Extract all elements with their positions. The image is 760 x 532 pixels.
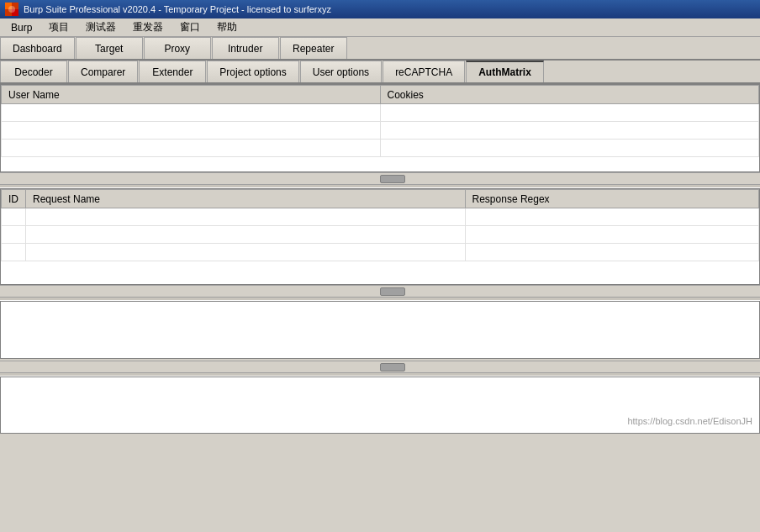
tab-user-options[interactable]: User options bbox=[300, 61, 382, 82]
col-response-regex: Response Regex bbox=[465, 190, 758, 208]
menu-help[interactable]: 帮助 bbox=[209, 18, 245, 37]
lower-panel-1 bbox=[0, 301, 760, 359]
table-row bbox=[2, 104, 759, 122]
tab-comparer[interactable]: Comparer bbox=[68, 61, 138, 82]
authmatrix-content: User Name Cookies bbox=[0, 84, 760, 532]
table-row bbox=[2, 122, 759, 140]
menu-burp[interactable]: Burp bbox=[3, 19, 40, 36]
lower1-hscrollbar[interactable] bbox=[0, 361, 760, 372]
lower-panels: https://blog.csdn.net/EdisonJH bbox=[0, 301, 760, 435]
users-table: User Name Cookies bbox=[1, 85, 759, 157]
col-id: ID bbox=[2, 190, 26, 208]
tab-project-options[interactable]: Project options bbox=[207, 61, 298, 82]
requests-hscrollbar[interactable] bbox=[0, 285, 760, 297]
tab-intruder[interactable]: Intruder bbox=[212, 37, 279, 59]
tab-dashboard[interactable]: Dashboard bbox=[0, 37, 75, 59]
table-row bbox=[2, 244, 759, 261]
title-bar: Burp Suite Professional v2020.4 - Tempor… bbox=[0, 0, 760, 18]
lower1-hscroll-thumb[interactable] bbox=[380, 363, 405, 371]
requests-hscroll-thumb[interactable] bbox=[380, 287, 405, 296]
lower-panel-2: https://blog.csdn.net/EdisonJH bbox=[0, 377, 760, 435]
tab-row-2: Decoder Comparer Extender Project option… bbox=[0, 61, 760, 84]
tab-authmatrix[interactable]: AuthMatrix bbox=[466, 61, 544, 82]
table-row bbox=[2, 140, 759, 157]
table-row bbox=[2, 208, 759, 226]
watermark-text: https://blog.csdn.net/EdisonJH bbox=[627, 416, 752, 426]
svg-point-3 bbox=[8, 6, 15, 13]
tab-target[interactable]: Target bbox=[76, 37, 143, 59]
main-content: User Name Cookies bbox=[0, 84, 760, 532]
tab-repeater[interactable]: Repeater bbox=[280, 37, 347, 59]
menu-window[interactable]: 窗口 bbox=[172, 18, 208, 37]
menu-bar: Burp 项目 测试器 重发器 窗口 帮助 bbox=[0, 18, 760, 37]
menu-testing[interactable]: 测试器 bbox=[78, 18, 124, 37]
tab-decoder[interactable]: Decoder bbox=[0, 61, 67, 82]
table-row bbox=[2, 226, 759, 244]
tab-row-1: Dashboard Target Proxy Intruder Repeater bbox=[0, 37, 760, 61]
users-hscrollbar[interactable] bbox=[0, 172, 760, 184]
tab-extender[interactable]: Extender bbox=[139, 61, 206, 82]
users-panel: User Name Cookies bbox=[0, 84, 760, 172]
col-request-name: Request Name bbox=[26, 190, 466, 208]
tab-recaptcha[interactable]: reCAPTCHA bbox=[383, 61, 465, 82]
col-cookies: Cookies bbox=[380, 86, 759, 104]
app-title: Burp Suite Professional v2020.4 - Tempor… bbox=[24, 4, 331, 14]
menu-project[interactable]: 项目 bbox=[41, 18, 77, 37]
app-logo bbox=[5, 3, 18, 16]
col-username: User Name bbox=[2, 86, 381, 104]
requests-table: ID Request Name Response Regex bbox=[1, 189, 759, 261]
tab-proxy[interactable]: Proxy bbox=[144, 37, 211, 59]
menu-resend[interactable]: 重发器 bbox=[125, 18, 171, 37]
users-hscroll-thumb[interactable] bbox=[380, 175, 405, 183]
requests-panel: ID Request Name Response Regex bbox=[0, 188, 760, 285]
